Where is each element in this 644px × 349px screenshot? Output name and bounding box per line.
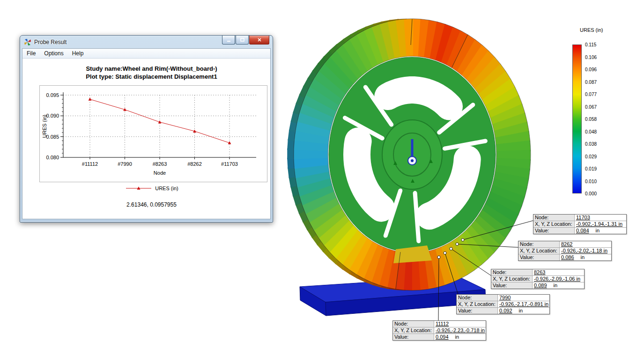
colorbar-tick: 0.019 bbox=[585, 166, 597, 171]
svg-text:#7990: #7990 bbox=[118, 161, 132, 167]
svg-text:Node: Node bbox=[154, 170, 166, 176]
probe-point bbox=[456, 243, 459, 245]
colorbar-tick: 0.038 bbox=[585, 141, 597, 147]
probe-callout-11112[interactable]: Node:11112X, Y, Z Location:-0.926,-2.23,… bbox=[392, 320, 486, 341]
callout-value-row: Value:0.086in bbox=[518, 254, 611, 260]
probe-app-icon bbox=[24, 38, 31, 46]
colorbar-tick: 0.058 bbox=[585, 117, 597, 122]
probe-result-window[interactable]: Probe Result File Options Help Study bbox=[20, 35, 273, 223]
probe-point bbox=[450, 247, 452, 250]
probe-callout-7990[interactable]: Node:7990X, Y, Z Location:-0.926,-2.17,-… bbox=[456, 294, 550, 314]
chart-title-line1: Study name:Wheel and Rim(-Without_board-… bbox=[22, 59, 270, 73]
svg-text:#11703: #11703 bbox=[221, 161, 238, 167]
probe-point bbox=[437, 256, 440, 259]
chart-client-area: Study name:Wheel and Rim(-Without_board-… bbox=[22, 59, 270, 219]
chart-legend: URES (in) bbox=[22, 186, 270, 191]
colorbar-gradient bbox=[572, 45, 582, 193]
svg-text:URES (in): URES (in) bbox=[42, 115, 47, 138]
callout-node-row: Node:8262 bbox=[518, 241, 611, 247]
menu-file[interactable]: File bbox=[22, 49, 40, 58]
window-titlebar[interactable]: Probe Result bbox=[20, 36, 273, 48]
callout-location-row: X, Y, Z Location:-0.926,-2.09,-1.06 in bbox=[491, 275, 584, 282]
window-title: Probe Result bbox=[34, 39, 67, 45]
svg-text:#8263: #8263 bbox=[153, 161, 167, 167]
colorbar-tick: 0.010 bbox=[585, 179, 597, 184]
menu-options[interactable]: Options bbox=[40, 49, 67, 58]
colorbar-title: URES (in) bbox=[580, 27, 629, 33]
svg-text:#8262: #8262 bbox=[187, 161, 202, 167]
callout-value-row: Value:0.094in bbox=[393, 334, 486, 340]
probe-coordinates-readout: 2.61346, 0.0957955 bbox=[22, 201, 270, 208]
callout-location-row: X, Y, Z Location:-0.926,-2.23,-0.718 in bbox=[393, 327, 486, 334]
probe-line-chart: 0.0800.0850.0900.095#11112#7990#8263#826… bbox=[40, 86, 267, 182]
colorbar-tick: 0.029 bbox=[585, 154, 597, 159]
colorbar-tick: 0.106 bbox=[585, 55, 597, 60]
plot-panel: 0.0800.0850.0900.095#11112#7990#8263#826… bbox=[39, 85, 267, 182]
svg-text:0.085: 0.085 bbox=[46, 134, 59, 140]
svg-text:#11112: #11112 bbox=[82, 161, 98, 167]
svg-text:0.080: 0.080 bbox=[46, 155, 59, 160]
maximize-button[interactable] bbox=[236, 36, 249, 45]
callout-location-row: X, Y, Z Location:-0.902,-1.94,-1.31 in bbox=[533, 221, 626, 227]
colorbar: URES (in) 0.1150.1060.0960.0870.0770.067… bbox=[572, 27, 629, 193]
minimize-button[interactable] bbox=[222, 36, 235, 45]
callout-node-row: Node:11703 bbox=[533, 215, 626, 221]
svg-text:0.090: 0.090 bbox=[46, 113, 59, 119]
legend-label: URES (in) bbox=[155, 186, 178, 191]
colorbar-tick: 0.000 bbox=[585, 191, 597, 196]
colorbar-tick: 0.096 bbox=[585, 67, 597, 72]
desktop: URES (in) 0.1150.1060.0960.0870.0770.067… bbox=[0, 0, 644, 349]
chart-title-line2: Plot type: Static displacement Displacem… bbox=[22, 73, 270, 81]
menubar: File Options Help bbox=[22, 49, 270, 59]
menu-help[interactable]: Help bbox=[68, 49, 88, 58]
legend-marker bbox=[125, 186, 153, 191]
colorbar-tick: 0.048 bbox=[585, 129, 597, 134]
callout-value-row: Value:0.089in bbox=[491, 282, 584, 289]
callout-node-row: Node:11112 bbox=[393, 321, 486, 327]
probe-point bbox=[444, 252, 446, 254]
callout-location-row: X, Y, Z Location:-0.926,-2.17,-0.891 in bbox=[457, 301, 549, 307]
probe-callout-11703[interactable]: Node:11703X, Y, Z Location:-0.902,-1.94,… bbox=[533, 214, 627, 234]
callout-value-row: Value:0.092in bbox=[457, 307, 549, 314]
colorbar-tick: 0.067 bbox=[585, 104, 597, 110]
probe-point bbox=[461, 238, 464, 241]
svg-text:0.095: 0.095 bbox=[46, 92, 59, 98]
colorbar-tick: 0.115 bbox=[585, 42, 596, 47]
callout-value-row: Value:0.084in bbox=[533, 227, 626, 234]
close-button[interactable] bbox=[249, 36, 269, 45]
callout-node-row: Node:8263 bbox=[491, 269, 584, 275]
probe-callout-8262[interactable]: Node:8262X, Y, Z Location:-0.926,-2.02,-… bbox=[518, 241, 612, 261]
probe-callout-8263[interactable]: Node:8263X, Y, Z Location:-0.926,-2.09,-… bbox=[491, 269, 585, 289]
colorbar-tick: 0.087 bbox=[585, 80, 597, 85]
colorbar-tick: 0.077 bbox=[585, 92, 597, 97]
callout-location-row: X, Y, Z Location:-0.926,-2.02,-1.18 in bbox=[518, 247, 611, 254]
callout-node-row: Node:7990 bbox=[457, 295, 549, 301]
